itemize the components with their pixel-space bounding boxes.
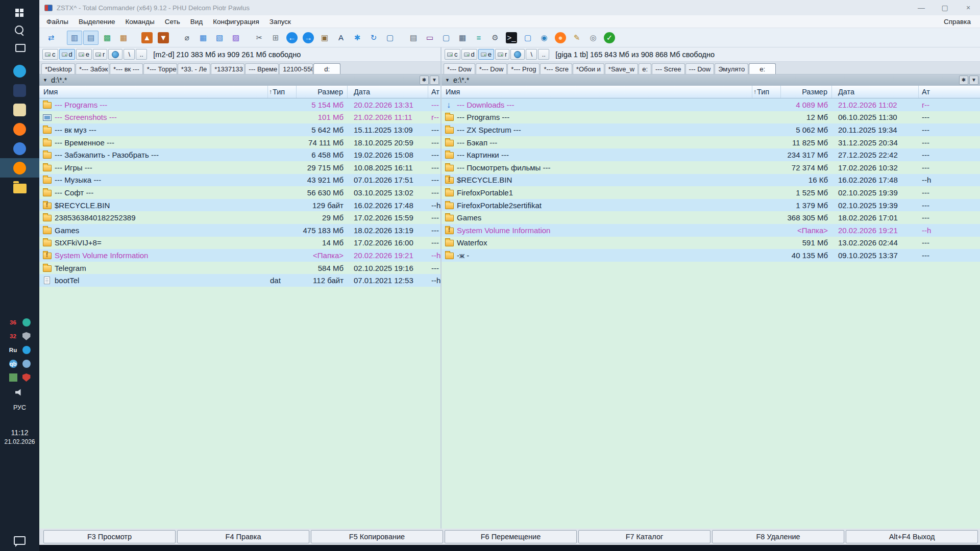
alert-icon[interactable] bbox=[22, 373, 31, 382]
compare-dirs-button[interactable]: ▦ bbox=[195, 31, 211, 45]
defender-shield-icon[interactable] bbox=[22, 332, 31, 340]
menu-item[interactable]: Выделение bbox=[74, 15, 120, 28]
app-documents-icon[interactable] bbox=[13, 104, 26, 116]
column-header-attr[interactable]: Ат bbox=[428, 86, 440, 98]
clock-time[interactable]: 11:12 bbox=[11, 429, 29, 437]
file-row[interactable]: --- Посмотреть фильмы --- 72 374 Мб 17.0… bbox=[442, 161, 980, 174]
parent-dir-button[interactable]: .. bbox=[136, 49, 147, 60]
column-header-name[interactable]: Имя bbox=[442, 86, 752, 98]
drive-c-button[interactable]: c bbox=[445, 49, 460, 60]
char-search-button[interactable]: A bbox=[333, 31, 349, 45]
search-files-button[interactable]: ⌀ bbox=[179, 31, 194, 45]
folder-tab[interactable]: Эмулято bbox=[715, 63, 748, 74]
menu-item[interactable]: Конфигурация bbox=[208, 15, 264, 28]
cpu-temp-value[interactable]: 36 bbox=[9, 318, 17, 327]
keyboard-layout-label[interactable]: РУС bbox=[13, 404, 26, 411]
drive-c-button[interactable]: c bbox=[42, 49, 58, 60]
dvd-button[interactable]: ◎ bbox=[585, 31, 601, 45]
path-dropdown-button[interactable]: ▼ bbox=[430, 76, 439, 85]
file-row[interactable]: --- Screenshots --- 101 Мб 21.02.2026 11… bbox=[39, 111, 440, 124]
drive-r-button[interactable]: r bbox=[495, 49, 509, 60]
folder-tab[interactable]: *Save_w bbox=[605, 63, 638, 74]
menu-item[interactable]: Сеть bbox=[160, 15, 185, 28]
remote-desktop-button[interactable]: ▢ bbox=[520, 31, 535, 45]
column-header-size[interactable]: Размер bbox=[297, 86, 348, 98]
pack-button[interactable]: ▼ bbox=[156, 31, 171, 45]
fan-icon[interactable] bbox=[22, 318, 31, 327]
folder-tab[interactable]: *--- вк --- bbox=[110, 63, 143, 74]
f8-delete-button[interactable]: F8 Удаление bbox=[712, 530, 844, 543]
folder-tab[interactable]: 12100-550 bbox=[279, 63, 313, 74]
file-row[interactable]: --- Временное --- 74 111 Мб 18.10.2025 2… bbox=[39, 136, 440, 149]
drive-e-button[interactable]: e bbox=[76, 49, 92, 60]
forward-button[interactable]: → bbox=[301, 31, 316, 45]
folder-tab[interactable]: *Desktop bbox=[41, 63, 75, 74]
favorites-button[interactable]: ✱ bbox=[420, 76, 429, 85]
telegram-icon[interactable] bbox=[22, 346, 31, 354]
folder-tab[interactable]: d: bbox=[313, 63, 340, 74]
lang-ru-badge[interactable]: Ru bbox=[9, 346, 17, 354]
settings-gear-icon[interactable]: ⚙ bbox=[487, 31, 503, 45]
file-row[interactable]: System Volume Information <Папка> 20.02.… bbox=[442, 224, 980, 237]
history-dropdown-icon[interactable]: ▼ bbox=[445, 78, 450, 83]
folder-tab[interactable]: *--- Забэк bbox=[76, 63, 109, 74]
gpu-temp-value[interactable]: 32 bbox=[9, 332, 17, 340]
brief-view-button[interactable]: ▥ bbox=[67, 31, 82, 45]
file-row[interactable]: --- Музыка --- 43 921 Мб 07.01.2026 17:5… bbox=[39, 174, 440, 187]
app-firefox-icon[interactable] bbox=[13, 123, 26, 136]
favorites-button[interactable]: ✱ bbox=[959, 76, 968, 85]
cmd-button[interactable]: >_ bbox=[504, 31, 519, 45]
new-window-button[interactable]: ▢ bbox=[382, 31, 398, 45]
history-dropdown-icon[interactable]: ▼ bbox=[43, 78, 47, 83]
file-row[interactable]: --- Бэкап --- 11 825 Мб 31.12.2025 20:34… bbox=[442, 136, 980, 149]
monitor-button[interactable]: ▢ bbox=[438, 31, 454, 45]
firefox-button[interactable]: ● bbox=[553, 31, 568, 45]
folder-tab[interactable]: --- Dow bbox=[685, 63, 715, 74]
file-row[interactable]: --- ZX Spectrum --- 5 062 Мб 20.11.2025 … bbox=[442, 123, 980, 136]
file-row[interactable]: 2385363840182252389 29 Мб 17.02.2026 15:… bbox=[39, 211, 440, 224]
maximize-button[interactable]: ▢ bbox=[933, 0, 957, 15]
file-row[interactable]: StXFkiVIJ+8= 14 Мб 17.02.2026 16:00 --- bbox=[39, 237, 440, 249]
thumbnails-view-button[interactable]: ▩ bbox=[100, 31, 115, 45]
menu-item[interactable]: Вид bbox=[185, 15, 208, 28]
folder-tab[interactable]: *--- Торре bbox=[143, 63, 177, 74]
full-view-button[interactable]: ▤ bbox=[83, 31, 99, 45]
drives-button[interactable]: ▦ bbox=[455, 31, 470, 45]
drive-r-button[interactable]: r bbox=[93, 49, 107, 60]
app-avast-icon[interactable] bbox=[13, 162, 26, 174]
path-dropdown-button[interactable]: ▼ bbox=[969, 76, 978, 85]
file-row[interactable]: -ж - 40 135 Мб 09.10.2025 13:37 --- bbox=[442, 249, 980, 262]
folder-tab[interactable]: *--- Dow bbox=[476, 63, 507, 74]
right-path-bar[interactable]: ▼ e:\*.* ✱ ▼ bbox=[442, 74, 980, 86]
editor-button[interactable]: ✎ bbox=[569, 31, 584, 45]
f3-view-button[interactable]: F3 Просмотр bbox=[43, 530, 176, 543]
root-dir-button[interactable]: \ bbox=[124, 49, 135, 60]
folder-tab[interactable]: e: bbox=[639, 63, 651, 74]
drive-d-button[interactable]: d bbox=[59, 49, 75, 60]
folder-tab[interactable]: *Обои и bbox=[573, 63, 604, 74]
back-button[interactable]: ← bbox=[284, 31, 300, 45]
f5-copy-button[interactable]: F5 Копирование bbox=[311, 530, 443, 543]
file-row[interactable]: --- Programs --- 12 Мб 06.10.2025 11:30 … bbox=[442, 111, 980, 124]
file-row[interactable]: bootTel dat 112 байт 07.01.2021 12:53 --… bbox=[39, 274, 440, 287]
close-button[interactable]: × bbox=[957, 0, 980, 15]
f6-move-button[interactable]: F6 Перемещение bbox=[445, 530, 577, 543]
app-folder-icon[interactable] bbox=[13, 184, 27, 193]
archive-button[interactable]: ▣ bbox=[317, 31, 332, 45]
widgets-icon[interactable] bbox=[22, 360, 31, 368]
f4-edit-button[interactable]: F4 Правка bbox=[177, 530, 309, 543]
swap-panels-button[interactable]: ⇄ bbox=[43, 31, 59, 45]
menu-item-help[interactable]: Справка bbox=[939, 15, 978, 28]
hdd-tools-button[interactable]: ▤ bbox=[406, 31, 421, 45]
parent-dir-button[interactable]: .. bbox=[538, 49, 549, 60]
sync-dirs-button[interactable]: ▧ bbox=[212, 31, 227, 45]
file-row[interactable]: $RECYCLE.BIN 129 байт 16.02.2026 17:48 -… bbox=[39, 199, 440, 212]
file-row[interactable]: Games 368 305 Мб 18.02.2026 17:01 --- bbox=[442, 211, 980, 224]
minimize-button[interactable]: — bbox=[910, 0, 933, 15]
task-view-icon[interactable] bbox=[0, 39, 39, 56]
column-header-name[interactable]: Имя bbox=[39, 86, 268, 98]
column-header-type[interactable]: ↑Тип bbox=[752, 86, 781, 98]
tree-view-button[interactable]: ▦ bbox=[116, 31, 131, 45]
clock-date[interactable]: 21.02.2026 bbox=[4, 438, 35, 445]
folder-tab[interactable]: *--- Scre bbox=[540, 63, 572, 74]
